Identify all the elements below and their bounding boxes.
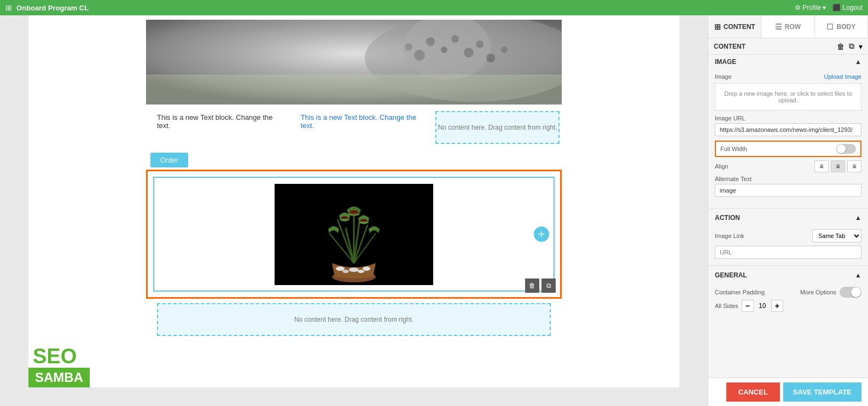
navbar-left: ⊞ Onboard Program CL [5, 3, 89, 12]
content-top-icons: 🗑 ⧉ ▾ [837, 42, 863, 51]
toggle-knob [837, 144, 846, 153]
panel-content[interactable]: CONTENT 🗑 ⧉ ▾ IMAGE ▲ Image Upload Image [708, 38, 868, 378]
delete-block-button[interactable]: 🗑 [525, 279, 539, 293]
copy-block-button[interactable]: ⧉ [541, 279, 556, 293]
divider-2 [708, 265, 868, 266]
upload-image-link[interactable]: Upload Image [824, 73, 862, 80]
logout-link[interactable]: ⬛ Logout [832, 4, 863, 11]
canvas-area[interactable]: This is a new Text block. Change the tex… [0, 15, 708, 406]
navbar: ⊞ Onboard Program CL ⚙ Profile ▾ ⬛ Logou… [0, 0, 868, 15]
canvas-inner: This is a new Text block. Change the tex… [28, 15, 679, 387]
full-width-row: Full Width [715, 141, 861, 157]
image-cell[interactable]: ✛ [153, 177, 555, 292]
profile-label: Profile [802, 4, 821, 11]
no-content-right-1[interactable]: No content here. Drag content from right… [435, 111, 560, 144]
content-section-title: CONTENT [714, 43, 745, 50]
content-tab-label: CONTENT [724, 23, 755, 31]
align-center-button[interactable]: ≡ [831, 160, 845, 172]
image-link-row: Image Link Same Tab [715, 229, 861, 242]
image-link-select[interactable]: Same Tab [812, 229, 861, 242]
action-section-label: ACTION [715, 214, 740, 222]
text-blocks-row: This is a new Text block. Change the tex… [146, 105, 562, 150]
image-url-input[interactable] [715, 123, 861, 136]
content-tab-icon: ⊞ [714, 22, 721, 31]
row-tab-icon: ☰ [775, 22, 782, 31]
image-section-body: Image Upload Image Drop a new image here… [708, 69, 868, 206]
gear-icon: ⚙ [795, 4, 801, 11]
body-tab-icon: ☐ [826, 22, 834, 31]
image-section-label: IMAGE [715, 58, 736, 66]
image-section-header[interactable]: IMAGE ▲ [708, 55, 868, 69]
main-layout: This is a new Text block. Change the tex… [0, 15, 868, 406]
url-input[interactable] [715, 246, 861, 259]
alt-text-label: Alternate Text [715, 176, 861, 182]
move-handle[interactable]: ✛ [534, 227, 549, 242]
chevron-up-icon[interactable]: ▾ [859, 42, 863, 51]
seo-samba-logo: SEO SAMBA [28, 345, 90, 387]
full-width-toggle[interactable] [836, 144, 856, 154]
more-options-label: More Options [800, 289, 836, 295]
cancel-button[interactable]: CANCEL [726, 382, 780, 402]
navbar-right: ⚙ Profile ▾ ⬛ Logout [795, 4, 863, 11]
padding-value: 10 [757, 302, 768, 310]
alt-text-input[interactable] [715, 184, 861, 197]
svg-point-11 [405, 43, 412, 51]
right-panel: ⊞ CONTENT ☰ ROW ☐ BODY CONTENT 🗑 ⧉ ▾ [708, 15, 868, 406]
container-padding-label: Container Padding [715, 289, 765, 295]
image-field-row: Image Upload Image [715, 73, 861, 80]
duplicate-icon[interactable]: ⧉ [849, 42, 854, 51]
chevron-down-icon: ▾ [823, 4, 826, 11]
general-section-body: Container Padding More Options All Sides… [708, 282, 868, 316]
content-section-header: CONTENT 🗑 ⧉ ▾ [708, 38, 868, 55]
image-link-label: Image Link [715, 233, 744, 239]
more-options-knob [851, 287, 861, 297]
svg-point-33 [341, 216, 348, 219]
align-row: Align ≡ ≡ ≡ [715, 160, 861, 172]
full-width-label: Full Width [720, 146, 747, 152]
trash-icon[interactable]: 🗑 [837, 42, 844, 51]
profile-link[interactable]: ⚙ Profile ▾ [795, 4, 826, 11]
tab-body[interactable]: ☐ BODY [815, 15, 868, 38]
padding-increase-button[interactable]: + [771, 300, 783, 312]
image-label: Image [715, 73, 732, 80]
tab-row[interactable]: ☰ ROW [761, 15, 814, 38]
align-buttons: ≡ ≡ ≡ [814, 160, 861, 172]
all-sides-row: All Sides − 10 + [715, 300, 861, 312]
svg-point-32 [349, 210, 358, 214]
seo-text: SEO [28, 345, 90, 368]
selected-image-block[interactable]: ✛ 🗑 ⧉ [146, 170, 562, 299]
svg-point-8 [486, 54, 495, 62]
svg-rect-12 [146, 74, 562, 105]
padding-decrease-button[interactable]: − [742, 300, 754, 312]
image-url-label: Image URL [715, 115, 861, 121]
text-block-1[interactable]: This is a new Text block. Change the tex… [146, 109, 290, 146]
app-title: Onboard Program CL [16, 4, 89, 12]
general-section-label: GENERAL [715, 271, 747, 279]
selected-image-container: ✛ 🗑 ⧉ [146, 170, 562, 299]
svg-point-6 [464, 48, 474, 57]
action-section-chevron: ▲ [855, 214, 861, 222]
tab-content[interactable]: ⊞ CONTENT [708, 15, 761, 38]
align-label: Align [715, 163, 728, 170]
text-block-2[interactable]: This is a new Text block. Change the tex… [290, 109, 434, 146]
all-sides-label: All Sides [715, 303, 738, 309]
body-tab-label: BODY [836, 23, 855, 31]
action-section-header[interactable]: ACTION ▲ [708, 211, 868, 225]
align-left-button[interactable]: ≡ [814, 160, 829, 172]
svg-point-9 [501, 47, 508, 53]
svg-point-3 [426, 37, 435, 46]
svg-point-19 [358, 270, 364, 273]
samba-text: SAMBA [28, 368, 90, 387]
general-section-chevron: ▲ [855, 271, 861, 279]
row-tab-label: ROW [785, 23, 801, 31]
general-section-header[interactable]: GENERAL ▲ [708, 268, 868, 282]
align-right-button[interactable]: ≡ [847, 160, 861, 172]
svg-point-5 [451, 35, 459, 43]
order-button[interactable]: Order [150, 153, 188, 167]
logout-label: Logout [842, 4, 863, 11]
no-content-bottom[interactable]: No content here. Drag content from right… [157, 303, 551, 336]
more-options-toggle[interactable] [840, 287, 861, 298]
save-template-button[interactable]: SAVE TEMPLATE [783, 382, 861, 402]
bottom-buttons: CANCEL SAVE TEMPLATE [708, 378, 868, 406]
image-drop-zone[interactable]: Drop a new image here, or click to selec… [715, 83, 861, 111]
